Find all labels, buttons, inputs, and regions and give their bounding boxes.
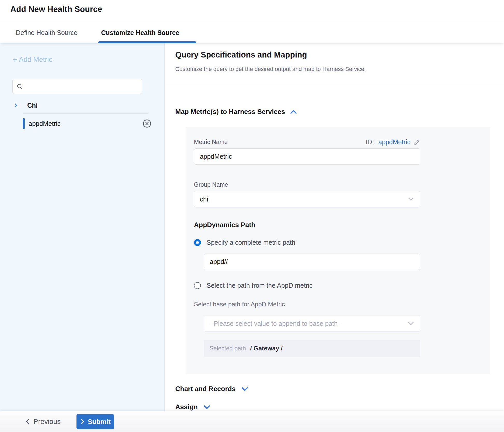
id-value-link[interactable]: appdMetric [378, 138, 410, 146]
tab-bar: Define Health Source Customize Health So… [0, 23, 504, 43]
base-path-placeholder: - Please select value to append to base … [210, 320, 342, 327]
map-metrics-form-panel: Metric Name ID : appdMetric [186, 127, 490, 374]
metric-search-box[interactable] [12, 79, 142, 94]
submit-button[interactable]: Submit [76, 414, 114, 429]
complete-metric-path-input[interactable] [204, 254, 420, 270]
search-icon [16, 83, 23, 90]
content-subtitle: Customize the query to get the desired o… [175, 66, 366, 73]
remove-metric-icon[interactable] [142, 119, 152, 128]
selected-path-bar: Selected path / Gateway / [204, 340, 420, 357]
metric-group-chi[interactable]: Chi [0, 98, 164, 113]
assign-title: Assign [175, 403, 198, 411]
metric-item-appdmetric[interactable]: appdMetric [0, 116, 164, 132]
add-health-source-dialog: Add New Health Source Define Health Sour… [0, 0, 504, 432]
submit-label: Submit [88, 418, 110, 426]
chevron-right-icon [13, 103, 19, 108]
metric-tree: Chi appdMetric [0, 98, 164, 132]
chevron-left-icon [25, 418, 30, 425]
radio-selected-icon [194, 239, 201, 246]
metric-item-label: appdMetric [29, 120, 61, 127]
tab-define-health-source[interactable]: Define Health Source [16, 23, 78, 43]
radio-unselected-icon [194, 282, 201, 289]
group-name-label: Group Name [194, 181, 228, 188]
chevron-right-icon [80, 419, 85, 425]
previous-label: Previous [33, 418, 61, 426]
metric-name-input[interactable] [194, 148, 420, 165]
group-name-select[interactable]: chi [194, 191, 420, 207]
plus-icon: + [12, 55, 17, 64]
add-metric-label: Add Metric [19, 56, 52, 64]
previous-button[interactable]: Previous [25, 418, 61, 426]
edit-pencil-icon[interactable] [413, 139, 420, 146]
base-path-label: Select base path for AppD Metric [194, 301, 420, 308]
chevron-down-icon [241, 386, 249, 392]
base-path-select[interactable]: - Please select value to append to base … [204, 315, 420, 332]
chart-and-records-section-toggle[interactable]: Chart and Records [175, 385, 249, 393]
map-metrics-section-title: Map Metric(s) to Harness Services [175, 108, 285, 116]
add-metric-button[interactable]: + Add Metric [12, 55, 52, 64]
map-metrics-section-toggle[interactable]: Map Metric(s) to Harness Services [175, 108, 297, 116]
selected-path-label: Selected path [209, 345, 246, 352]
tab-label: Define Health Source [16, 29, 78, 37]
search-input[interactable] [26, 83, 138, 90]
chevron-up-icon [290, 109, 297, 115]
dialog-header: Add New Health Source [0, 0, 504, 22]
content-title: Query Specifications and Mapping [175, 50, 307, 60]
active-tab-indicator [98, 41, 196, 43]
tab-customize-health-source[interactable]: Customize Health Source [101, 23, 179, 43]
radio-select-path-label: Select the path from the AppD metric [207, 282, 313, 289]
chevron-down-icon [203, 404, 211, 410]
page-title: Add New Health Source [10, 5, 102, 14]
appdynamics-path-heading: AppDynamics Path [194, 221, 420, 229]
radio-select-appd-path[interactable]: Select the path from the AppD metric [194, 282, 420, 289]
chevron-down-icon [408, 197, 414, 201]
assign-section-toggle[interactable]: Assign [175, 403, 211, 411]
chart-and-records-title: Chart and Records [175, 385, 236, 393]
metrics-sidebar: + Add Metric Chi [0, 43, 165, 411]
selected-metric-accent-bar [23, 118, 25, 129]
group-name-value: chi [200, 196, 208, 203]
radio-complete-path-label: Specify a complete metric path [207, 239, 295, 246]
tab-label: Customize Health Source [101, 29, 179, 37]
content-divider [166, 84, 504, 84]
group-label: Chi [27, 102, 38, 109]
radio-complete-metric-path[interactable]: Specify a complete metric path [194, 239, 420, 246]
id-label: ID : [366, 138, 376, 146]
chevron-down-icon [408, 321, 414, 326]
query-spec-panel: Query Specifications and Mapping Customi… [165, 43, 504, 411]
dialog-footer: Previous Submit [0, 411, 504, 432]
metric-name-label: Metric Name [194, 139, 228, 146]
selected-path-value: / Gateway / [250, 345, 283, 352]
group-divider [23, 113, 148, 113]
